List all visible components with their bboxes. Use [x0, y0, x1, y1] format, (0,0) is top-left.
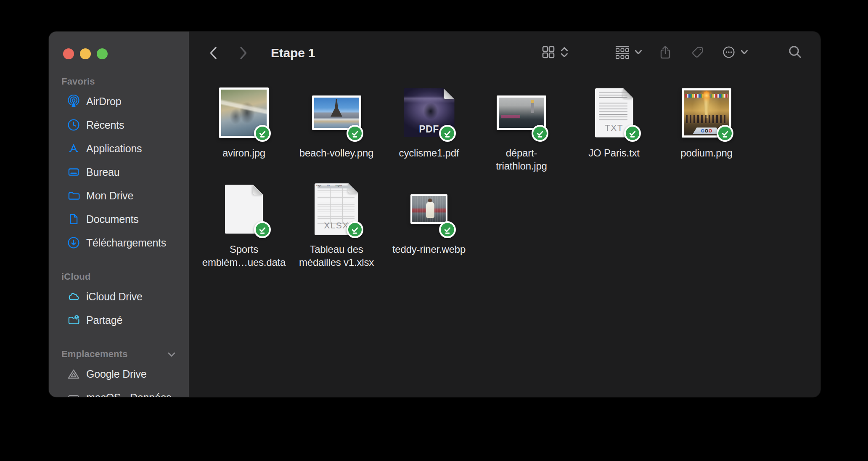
forward-button[interactable]: [239, 46, 248, 60]
spreadsheet-preview: [318, 185, 355, 224]
file-tableau-medailles[interactable]: Pays Or Argent XLSX Tableau des médai: [290, 183, 383, 269]
chevron-up-down-icon: [560, 46, 569, 60]
more-actions-control[interactable]: [722, 45, 748, 61]
app-store-icon: [66, 141, 81, 156]
text-preview-lines: [599, 92, 627, 122]
sidebar-item-label: macOS - Données: [86, 392, 172, 397]
download-icon: [66, 236, 81, 250]
athletes-band: [686, 115, 727, 123]
chevron-down-icon[interactable]: [168, 349, 175, 360]
hard-drive-icon: [66, 390, 81, 397]
view-mode-control[interactable]: [542, 45, 569, 61]
synced-badge-icon: [254, 221, 271, 238]
shared-folder-icon: [66, 313, 81, 327]
file-grid: aviron.jpg beach-volle: [189, 74, 820, 397]
page-title: Etape 1: [271, 46, 315, 60]
desktop-icon: [66, 165, 81, 179]
file-row: aviron.jpg beach-volle: [198, 86, 820, 172]
airdrop-icon: [66, 94, 81, 109]
synced-badge-icon: [624, 125, 641, 142]
sidebar-section-icloud: iCloud: [61, 271, 181, 282]
file-sports-data[interactable]: Sports emblèm…ues.data: [198, 183, 290, 269]
sidebar-item-recents[interactable]: Récents: [53, 113, 185, 137]
file-podium[interactable]: podium.png: [660, 86, 753, 172]
sidebar-item-icloud-drive[interactable]: iCloud Drive: [53, 285, 185, 308]
sidebar-item-google-drive[interactable]: Google Drive: [53, 362, 185, 386]
group-by-control[interactable]: [615, 45, 642, 61]
synced-badge-icon: [254, 125, 271, 142]
sidebar-item-label: AirDrop: [86, 95, 121, 108]
window-controls: [49, 32, 189, 59]
file-name: départ- triathlon.jpg: [475, 146, 568, 172]
sidebar-item-label: Documents: [86, 213, 139, 225]
sidebar-item-label: iCloud Drive: [86, 291, 143, 303]
file-name: podium.png: [660, 146, 753, 172]
section-title: iCloud: [61, 271, 91, 282]
file-aviron[interactable]: aviron.jpg: [198, 86, 290, 172]
olympic-flame: [704, 91, 710, 98]
share-button[interactable]: [659, 45, 672, 61]
section-title: Emplacements: [61, 349, 128, 360]
chevron-down-icon: [741, 49, 748, 57]
google-drive-icon: [66, 367, 81, 381]
olympic-cauldron: [701, 96, 712, 118]
file-name: Tableau des médailles v1.xlsx: [290, 243, 383, 269]
back-button[interactable]: [209, 46, 218, 60]
synced-badge-icon: [347, 125, 363, 142]
search-icon[interactable]: [788, 45, 803, 61]
sidebar-item-label: Google Drive: [86, 368, 147, 380]
sidebar: Favoris AirDrop Récents: [49, 32, 189, 397]
file-beach-volley[interactable]: beach-volley.png: [290, 86, 383, 172]
synced-badge-icon: [717, 125, 733, 142]
sidebar-item-label: Bureau: [86, 166, 119, 178]
synced-badge-icon: [347, 221, 363, 238]
sidebar-item-label: Mon Drive: [86, 190, 133, 202]
file-teddy-riner[interactable]: teddy-riner.webp: [383, 183, 475, 269]
olympic-rings: [693, 127, 720, 134]
ellipsis-circle-icon: [722, 45, 736, 61]
sidebar-item-bureau[interactable]: Bureau: [53, 160, 185, 184]
document-icon: [66, 212, 81, 226]
sidebar-item-label: Partagé: [86, 314, 122, 326]
sidebar-item-label: Téléchargements: [86, 237, 166, 249]
file-thumbnail-teddy-riner: [410, 194, 447, 224]
sidebar-item-airdrop[interactable]: AirDrop: [53, 90, 185, 113]
file-cyclisme1[interactable]: PDF cyclisme1.pdf: [383, 86, 475, 172]
sidebar-item-label: Récents: [86, 119, 124, 131]
zoom-button[interactable]: [97, 48, 108, 59]
file-name: cyclisme1.pdf: [383, 146, 475, 172]
sidebar-item-partage[interactable]: Partagé: [53, 308, 185, 332]
main-pane: Etape 1: [189, 32, 820, 397]
sidebar-section-emplacements: Emplacements: [61, 349, 181, 360]
sidebar-item-macos-donnees[interactable]: macOS - Données: [53, 386, 185, 397]
toolbar: Etape 1: [189, 32, 820, 74]
grid-view-icon: [542, 45, 555, 61]
cloud-icon: [66, 289, 81, 304]
sidebar-item-documents[interactable]: Documents: [53, 207, 185, 231]
sidebar-item-applications[interactable]: Applications: [53, 137, 185, 160]
sidebar-item-telechargements[interactable]: Téléchargements: [53, 231, 185, 254]
sidebar-item-mon-drive[interactable]: Mon Drive: [53, 184, 185, 207]
chevron-down-icon: [635, 49, 642, 57]
file-jo-paris[interactable]: TXT JO Paris.txt: [568, 86, 660, 172]
group-by-icon: [615, 45, 630, 61]
file-row: Sports emblèm…ues.data Pays Or Argent XL…: [198, 183, 820, 269]
file-name: beach-volley.png: [290, 146, 383, 172]
tag-icon[interactable]: [691, 45, 704, 61]
synced-badge-icon: [439, 221, 456, 238]
clock-icon: [66, 118, 81, 132]
file-name: JO Paris.txt: [568, 146, 660, 172]
finder-window: Favoris AirDrop Récents: [49, 32, 820, 397]
file-depart-triathlon[interactable]: départ- triathlon.jpg: [475, 86, 568, 172]
file-name: teddy-riner.webp: [383, 243, 475, 269]
synced-badge-icon: [439, 125, 456, 142]
close-button[interactable]: [63, 48, 74, 59]
file-name: Sports emblèm…ues.data: [198, 243, 290, 269]
sidebar-item-label: Applications: [86, 143, 142, 155]
section-title: Favoris: [61, 76, 95, 87]
spreadsheet-header: Pays Or Argent: [316, 184, 342, 187]
file-name: aviron.jpg: [198, 146, 290, 172]
minimize-button[interactable]: [80, 48, 91, 59]
folder-icon: [66, 188, 81, 203]
synced-badge-icon: [532, 125, 548, 142]
